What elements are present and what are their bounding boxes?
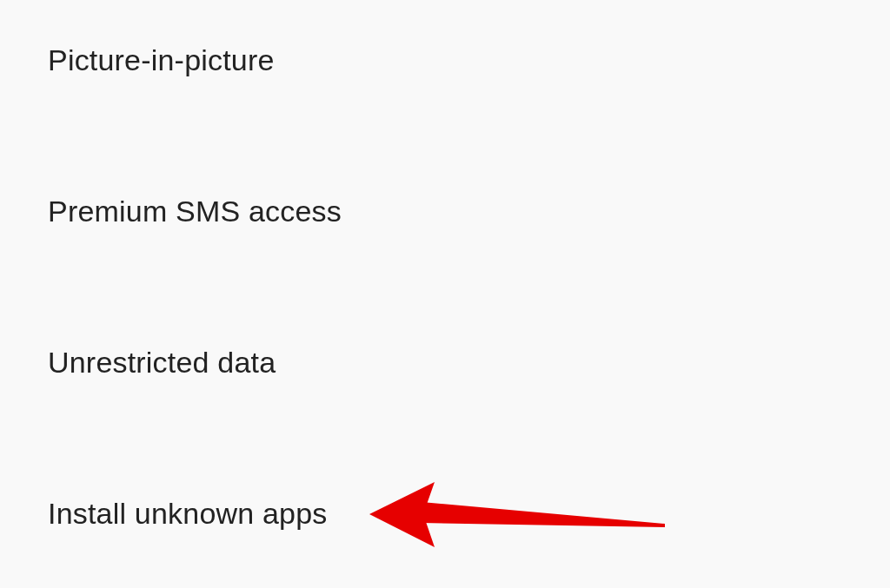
settings-item-picture-in-picture[interactable]: Picture-in-picture xyxy=(48,43,890,77)
settings-item-label: Picture-in-picture xyxy=(48,43,275,76)
settings-item-label: Unrestricted data xyxy=(48,346,276,379)
settings-item-premium-sms-access[interactable]: Premium SMS access xyxy=(48,195,890,228)
settings-item-label: Premium SMS access xyxy=(48,195,342,228)
settings-item-unrestricted-data[interactable]: Unrestricted data xyxy=(48,346,890,380)
settings-item-label: Install unknown apps xyxy=(48,497,328,530)
settings-item-install-unknown-apps[interactable]: Install unknown apps xyxy=(48,497,890,531)
settings-list: Picture-in-picture Premium SMS access Un… xyxy=(0,0,890,531)
